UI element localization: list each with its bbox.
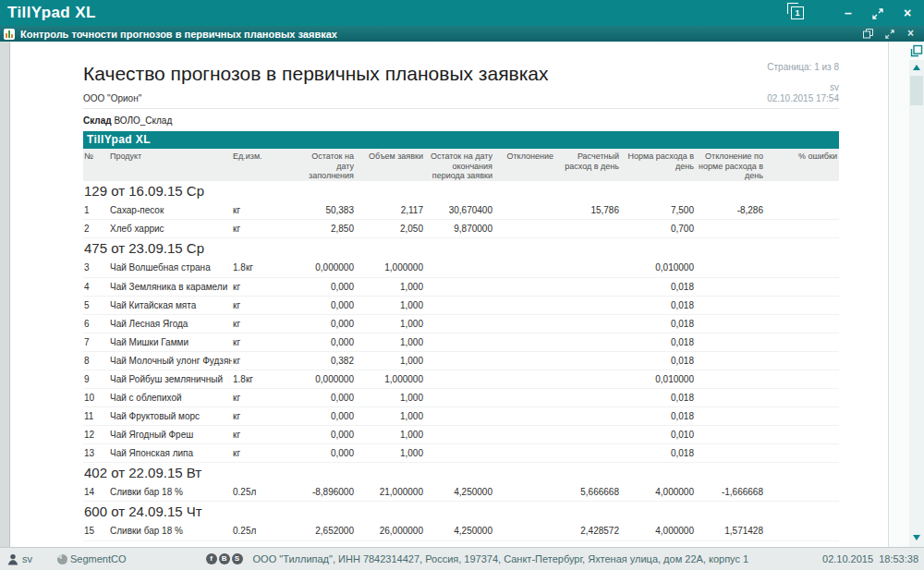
vertical-scrollbar <box>909 42 924 547</box>
triangle-down-icon <box>913 535 920 540</box>
table-row: 14Сливки бар 18 %0.25л-8,89600021,000000… <box>83 483 839 502</box>
close-button[interactable]: × <box>900 0 915 26</box>
statusbar: sv SegmentCO f B S ООО "Тиллипад", ИНН 7… <box>0 547 924 570</box>
social-icons: f B S <box>206 553 243 564</box>
table-row: 10Чай с облепихойкг0,0001,0000,018 <box>83 388 839 406</box>
warehouse-value: ВОЛО_Склад <box>114 115 172 126</box>
column-header: Норма расхода в день <box>621 149 696 181</box>
report-page: Качество прогнозов в первичных плановых … <box>11 42 889 547</box>
report-company: ООО "Орион" <box>83 93 839 108</box>
table-row: 3Чай Волшебная страна1.8кг0,0000001,0000… <box>83 259 839 277</box>
facebook-icon[interactable]: f <box>206 553 217 564</box>
table-row: 6Чай Лесная Ягодакг0,0001,0000,018 <box>83 314 839 333</box>
column-header: % ошибки <box>765 149 839 181</box>
column-header: Объем заявки <box>356 149 425 181</box>
document-titlebar: Контроль точности прогнозов в первичных … <box>0 26 924 42</box>
statusbar-user: sv <box>22 553 32 564</box>
table-row: 15Сливки бар 18 %0.25л2,65200026,0000004… <box>83 522 839 540</box>
statusbar-company-info: ООО "Тиллипад", ИНН 7842314427, Россия, … <box>253 553 749 564</box>
scrollbar-track[interactable] <box>909 60 924 547</box>
table-row: 4Чай Земляника в карамеликг0,0001,0000,0… <box>83 277 839 296</box>
column-header: № <box>83 149 109 181</box>
group-header-row: 402 от 22.09.15 Вт <box>83 462 839 483</box>
doc-close-button[interactable]: × <box>905 26 917 42</box>
column-header: Отклонение по норме расхода в день <box>696 149 765 181</box>
report-datetime: 02.10.2015 17:54 <box>767 93 839 104</box>
left-gutter <box>0 42 10 547</box>
page-info: Страница: 1 из 8 sv 02.10.2015 17:54 <box>767 62 839 104</box>
group-header-row: 129 от 16.09.15 Ср <box>83 181 839 201</box>
table-header-row: №ПродуктЕд.изм.Остаток на дату заполнени… <box>83 149 839 181</box>
column-header: Отклонение <box>494 149 555 181</box>
segment-icon <box>57 554 67 564</box>
warehouse-label: Склад <box>83 115 112 126</box>
blog-icon[interactable]: B <box>219 553 230 564</box>
column-header: Ед.изм. <box>232 149 294 181</box>
detach-window-icon[interactable] <box>910 44 923 57</box>
table-row: 2Хлеб харрискг2,8502,0509,8700000,700 <box>83 220 839 238</box>
table-row: 1Сахар-песоккг50,3832,11730,67040015,786… <box>83 201 839 220</box>
pages-badge-number: 1 <box>795 8 799 18</box>
table-row: 13Чай Японская липакг0,0001,0000,018 <box>83 443 839 462</box>
page-indicator: Страница: 1 из 8 <box>767 62 839 73</box>
column-header: Остаток на дату заполнения <box>294 149 356 181</box>
report-chart-icon <box>4 29 15 40</box>
pages-badge-icon[interactable]: 1 <box>791 6 804 19</box>
scrollbar-thumb[interactable] <box>910 76 923 105</box>
column-header: Расчетный расход в день <box>555 149 621 181</box>
document-title: Контроль точности прогнозов в первичных … <box>20 29 337 40</box>
group-header-row: 475 от 23.09.15 Ср <box>83 238 839 260</box>
scroll-up-button[interactable] <box>909 61 924 74</box>
warehouse-line: Склад ВОЛО_Склад <box>83 115 839 126</box>
column-header: Продукт <box>109 149 232 181</box>
column-header: Остаток на дату окончания периода заявки <box>425 149 494 181</box>
app-logo: TillYpad XL <box>7 4 96 22</box>
report-title: Качество прогнозов в первичных плановых … <box>83 62 839 85</box>
restore-button[interactable] <box>870 0 885 26</box>
table-row: 8Чай Молочный улонг Фудзянькг0,3821,0000… <box>83 351 839 370</box>
table-row: 7Чай Мишки Гаммикг0,0001,0000,018 <box>83 333 839 351</box>
report-author: sv <box>767 82 839 93</box>
report: Качество прогнозов в первичных плановых … <box>83 42 839 547</box>
statusbar-datetime: 02.10.2015 18:53:38 <box>822 553 918 564</box>
triangle-up-icon <box>913 65 920 70</box>
statusbar-segment: SegmentCO <box>70 553 127 564</box>
doc-restore-button[interactable] <box>883 26 895 42</box>
scroll-down-button[interactable] <box>909 531 924 544</box>
report-brand-band: TillYpad XL <box>83 131 839 149</box>
table-row: 12Чай Ягодный Фрешкг0,0001,0000,010 <box>83 425 839 443</box>
brand-band-logo: TillYpad XL <box>87 133 151 146</box>
table-row: 5Чай Китайская мятакг0,0001,0000,018 <box>83 296 839 314</box>
minimize-button[interactable]: – <box>841 0 856 26</box>
group-header-row: 600 от 24.09.15 Чт <box>83 502 839 523</box>
group-header-row: 365 от 21.09.15 Пн <box>83 540 839 547</box>
table-row: 9Чай Ройбуш земляничный1.8кг0,0000001,00… <box>83 370 839 388</box>
skype-icon[interactable]: S <box>232 553 243 564</box>
app-titlebar: TillYpad XL 1 – × <box>0 0 924 26</box>
restore-arrows-icon <box>872 8 883 19</box>
duplicate-window-icon[interactable] <box>862 26 874 42</box>
workspace: Качество прогнозов в первичных плановых … <box>0 42 924 547</box>
table-row: 11Чай Фруктовый морскг0,0001,0000,018 <box>83 406 839 425</box>
forecast-table: №ПродуктЕд.изм.Остаток на дату заполнени… <box>83 149 839 547</box>
user-icon <box>7 553 18 565</box>
